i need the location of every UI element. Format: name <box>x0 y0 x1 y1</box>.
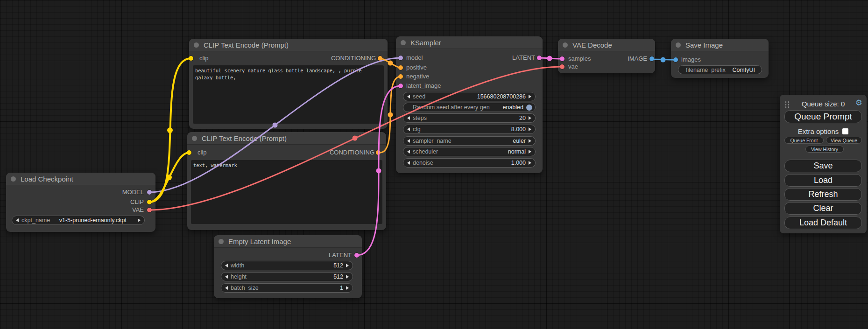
port-vae-input[interactable] <box>560 64 565 69</box>
port-image-output[interactable] <box>649 56 654 61</box>
output-slot-vae: VAE <box>132 206 144 214</box>
node-title-bar[interactable]: CLIP Text Encode (Prompt) <box>187 132 386 145</box>
cfg-widget[interactable]: cfg 8.000 <box>403 125 536 134</box>
node-title-bar[interactable]: CLIP Text Encode (Prompt) <box>189 39 388 51</box>
decrement-arrow-icon[interactable] <box>16 218 19 222</box>
sampler-name-widget[interactable]: sampler_name euler <box>403 136 536 146</box>
port-positive-input[interactable] <box>398 65 403 70</box>
output-slot-latent: LATENT <box>512 54 535 62</box>
input-slot-positive: positive <box>406 63 427 72</box>
input-slot-clip: clip <box>199 54 209 63</box>
increment-arrow-icon[interactable] <box>529 139 531 143</box>
width-widget[interactable]: width 512 <box>221 261 353 270</box>
extra-options-checkbox[interactable] <box>842 128 848 134</box>
decrement-arrow-icon[interactable] <box>407 127 410 131</box>
collapse-dot-icon[interactable] <box>563 42 568 48</box>
port-clip-output[interactable] <box>147 200 152 204</box>
increment-arrow-icon[interactable] <box>529 150 531 154</box>
input-slot-clip: clip <box>198 148 207 157</box>
batch-size-widget[interactable]: batch_size 1 <box>221 283 353 293</box>
filename-prefix-widget[interactable]: filename_prefix ComfyUI <box>678 65 762 74</box>
view-history-button[interactable]: View History <box>805 146 844 153</box>
node-graph-canvas[interactable]: Load Checkpoint MODEL CLIP VAE ckpt_name… <box>0 0 868 329</box>
increment-arrow-icon[interactable] <box>346 275 349 279</box>
increment-arrow-icon[interactable] <box>529 127 531 131</box>
port-conditioning-output[interactable] <box>378 56 382 61</box>
scheduler-widget[interactable]: scheduler normal <box>403 147 536 156</box>
port-vae-output[interactable] <box>147 208 152 212</box>
increment-arrow-icon[interactable] <box>529 161 531 165</box>
decrement-arrow-icon[interactable] <box>407 161 410 165</box>
node-load-checkpoint[interactable]: Load Checkpoint MODEL CLIP VAE ckpt_name… <box>6 173 155 232</box>
random-seed-toggle-widget[interactable]: Random seed after every gen enabled <box>403 103 536 112</box>
collapse-dot-icon[interactable] <box>11 176 16 182</box>
port-images-input[interactable] <box>673 57 678 62</box>
node-title-bar[interactable]: Load Checkpoint <box>6 173 155 185</box>
collapse-dot-icon[interactable] <box>219 239 224 244</box>
port-clip-input[interactable] <box>187 150 191 155</box>
input-slot-images: images <box>681 56 701 64</box>
node-clip-text-encode-negative[interactable]: CLIP Text Encode (Prompt) clip CONDITION… <box>187 132 386 230</box>
decrement-arrow-icon[interactable] <box>225 286 228 290</box>
increment-arrow-icon[interactable] <box>529 116 531 120</box>
node-title: Load Checkpoint <box>21 175 73 183</box>
load-default-button[interactable]: Load Default <box>784 217 862 229</box>
collapse-dot-icon[interactable] <box>676 42 681 48</box>
clear-button[interactable]: Clear <box>784 202 862 215</box>
steps-widget[interactable]: steps 20 <box>403 113 536 123</box>
node-title-bar[interactable]: Empty Latent Image <box>214 235 362 248</box>
node-title: Empty Latent Image <box>228 238 291 245</box>
input-slot-samples: samples <box>568 55 591 63</box>
increment-arrow-icon[interactable] <box>529 95 531 98</box>
decrement-arrow-icon[interactable] <box>407 116 410 120</box>
increment-arrow-icon[interactable] <box>138 218 141 222</box>
height-widget[interactable]: height 512 <box>221 272 353 281</box>
queue-prompt-button[interactable]: Queue Prompt <box>784 110 862 123</box>
queue-front-button[interactable]: Queue Front <box>784 137 824 144</box>
decrement-arrow-icon[interactable] <box>407 95 410 98</box>
ckpt-name-widget[interactable]: ckpt_name v1-5-pruned-emaonly.ckpt <box>12 216 145 225</box>
decrement-arrow-icon[interactable] <box>407 150 410 154</box>
collapse-dot-icon[interactable] <box>401 40 406 45</box>
node-clip-text-encode-positive[interactable]: CLIP Text Encode (Prompt) clip CONDITION… <box>189 39 388 129</box>
positive-prompt-textarea[interactable]: beautiful scenery nature glass bottle la… <box>193 65 384 124</box>
port-model-input[interactable] <box>398 56 403 60</box>
node-ksampler[interactable]: KSampler model positive negative latent_… <box>396 36 543 173</box>
node-empty-latent-image[interactable]: Empty Latent Image LATENT width 512 heig… <box>214 235 362 298</box>
refresh-button[interactable]: Refresh <box>784 188 862 201</box>
port-model-output[interactable] <box>147 190 152 195</box>
decrement-arrow-icon[interactable] <box>407 139 410 143</box>
decrement-arrow-icon[interactable] <box>225 275 228 279</box>
node-title-bar[interactable]: Save Image <box>671 39 769 51</box>
node-title: Save Image <box>685 41 723 49</box>
port-samples-input[interactable] <box>560 56 565 61</box>
node-save-image[interactable]: Save Image images filename_prefix ComfyU… <box>671 39 769 78</box>
toggle-circle-icon[interactable] <box>526 105 532 111</box>
save-button[interactable]: Save <box>784 160 862 172</box>
negative-prompt-textarea[interactable]: text, watermark <box>191 160 382 224</box>
port-latent-image-input[interactable] <box>398 84 403 88</box>
input-slot-latent-image: latent_image <box>406 82 441 90</box>
port-latent-output[interactable] <box>354 253 359 258</box>
node-title-bar[interactable]: VAE Decode <box>558 39 655 51</box>
node-vae-decode[interactable]: VAE Decode samples vae IMAGE <box>558 39 655 73</box>
node-title: VAE Decode <box>572 41 612 49</box>
seed-widget[interactable]: seed 156680208700286 <box>403 92 536 101</box>
collapse-dot-icon[interactable] <box>192 136 197 141</box>
increment-arrow-icon[interactable] <box>346 286 349 290</box>
port-negative-input[interactable] <box>398 74 403 79</box>
view-queue-button[interactable]: View Queue <box>826 137 862 144</box>
port-conditioning-output[interactable] <box>376 150 381 155</box>
decrement-arrow-icon[interactable] <box>225 264 228 267</box>
widget-value: v1-5-pruned-emaonly.ckpt <box>59 217 127 224</box>
queue-panel[interactable]: Queue size: 0 ⚙ Queue Prompt Extra optio… <box>780 95 867 233</box>
port-latent-output[interactable] <box>537 56 542 60</box>
node-title-bar[interactable]: KSampler <box>396 36 543 49</box>
collapse-dot-icon[interactable] <box>194 42 199 48</box>
denoise-widget[interactable]: denoise 1.000 <box>403 158 536 168</box>
load-button[interactable]: Load <box>784 174 862 187</box>
port-clip-input[interactable] <box>189 56 193 61</box>
queue-size-label: Queue size: 0 <box>780 100 867 108</box>
increment-arrow-icon[interactable] <box>346 264 349 267</box>
settings-gear-icon[interactable]: ⚙ <box>855 99 862 107</box>
